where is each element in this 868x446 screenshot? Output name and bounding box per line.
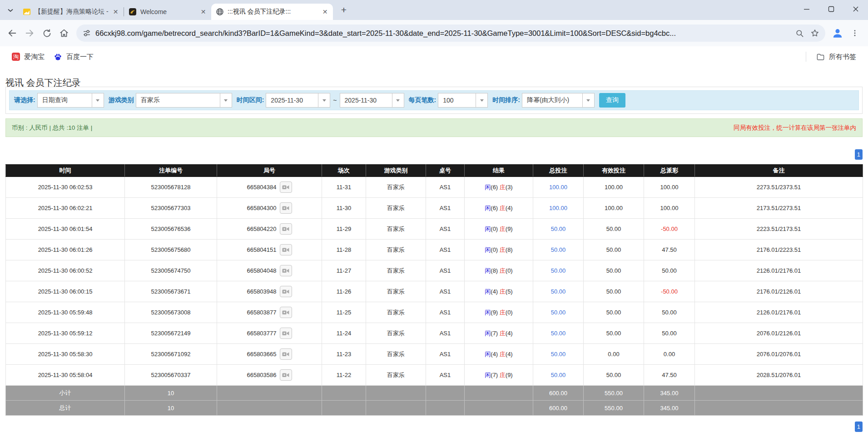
url-text[interactable]: 66cxkj98.com/game/betrecord_search/kind3…	[95, 29, 787, 38]
total-bet-link[interactable]: 50.00	[533, 302, 584, 323]
tab-title: 【新提醒】海燕策略论坛 - 综合	[35, 8, 109, 16]
result-banker-label: 庄	[500, 351, 506, 358]
cell-note: 2076.01/2126.01	[695, 323, 863, 344]
result-player-label: 闲	[485, 246, 491, 253]
total-bet-link[interactable]: 50.00	[533, 240, 584, 260]
page-size-select[interactable]: 100	[438, 93, 488, 108]
video-replay-button[interactable]	[280, 181, 292, 193]
cell-valid-bet: 50.00	[584, 281, 644, 302]
pagination-bottom: 1	[5, 421, 863, 432]
browser-tab-1[interactable]: 【新提醒】海燕策略论坛 - 综合 ✕	[18, 4, 124, 20]
cell-note: 2028.51/2076.01	[695, 365, 863, 386]
back-button[interactable]	[4, 25, 21, 42]
window-close-button[interactable]	[843, 0, 868, 18]
result-player-label: 闲	[485, 205, 491, 211]
video-replay-button[interactable]	[280, 265, 292, 276]
chevron-down-icon[interactable]	[582, 93, 595, 108]
date-start-select[interactable]: 2025-11-30	[266, 93, 330, 108]
cell-game-type: 百家乐	[366, 323, 426, 344]
date-end-select[interactable]: 2025-11-30	[340, 93, 404, 108]
cell-round: 665804384	[217, 177, 322, 198]
video-replay-button[interactable]	[280, 202, 292, 214]
cell-valid-bet: 50.00	[584, 240, 644, 260]
chevron-down-icon[interactable]	[318, 93, 330, 108]
address-bar[interactable]: 66cxkj98.com/game/betrecord_search/kind3…	[76, 25, 825, 42]
sort-select[interactable]: 降幂(由大到小)	[522, 93, 595, 108]
browser-tab-2[interactable]: Welcome ✕	[124, 4, 211, 20]
video-camera-icon	[282, 205, 289, 211]
cell-payout: 47.50	[644, 365, 695, 386]
game-type-label: 游戏类别	[109, 96, 134, 104]
sort-label: 时间排序:	[492, 96, 520, 104]
chevron-down-icon[interactable]	[392, 93, 404, 108]
total-bet-link[interactable]: 50.00	[533, 344, 584, 365]
forward-button[interactable]	[21, 25, 38, 42]
video-replay-button[interactable]	[280, 328, 292, 339]
bookmark-item-taobao[interactable]: 淘 爱淘宝	[7, 49, 49, 64]
reload-button[interactable]	[38, 25, 55, 42]
video-replay-button[interactable]	[280, 244, 292, 255]
total-bet-link[interactable]: 100.00	[533, 198, 584, 219]
cell-payout: 0.00	[644, 344, 695, 365]
video-replay-button[interactable]	[280, 286, 292, 297]
zoom-magnifier-icon[interactable]	[792, 25, 807, 41]
cell-result: 闲(8) 庄(0)	[465, 260, 533, 281]
total-bet-link[interactable]: 50.00	[533, 323, 584, 344]
cell-game-type: 百家乐	[366, 365, 426, 386]
page-1-button[interactable]: 1	[855, 421, 863, 432]
video-replay-button[interactable]	[280, 307, 292, 318]
bookmark-item-baidu[interactable]: 百度一下	[49, 49, 98, 64]
tab-search-chevron-icon[interactable]	[4, 4, 17, 17]
video-camera-icon	[282, 309, 289, 315]
cell-note: 2126.01/2176.01	[695, 260, 863, 281]
column-header: 注单编号	[125, 165, 217, 177]
video-replay-button[interactable]	[280, 223, 292, 235]
video-replay-button[interactable]	[280, 348, 292, 360]
cell-round: 665804220	[217, 219, 322, 240]
bet-records-table: 时间注单编号局号场次游戏类别桌号结果总投注有效投注总派彩备注 2025-11-3…	[5, 164, 863, 416]
total-row-cell	[322, 401, 366, 416]
chevron-down-icon[interactable]	[220, 93, 232, 108]
browser-menu-dots-icon[interactable]	[846, 25, 863, 42]
page-1-button[interactable]: 1	[855, 149, 863, 160]
total-row-cell	[217, 401, 322, 416]
tab-close-icon[interactable]: ✕	[111, 8, 120, 16]
window-maximize-button[interactable]	[819, 0, 843, 18]
game-type-select[interactable]: 百家乐	[136, 93, 232, 108]
home-button[interactable]	[55, 25, 73, 42]
chevron-down-icon[interactable]	[92, 93, 104, 108]
query-type-select[interactable]: 日期查询	[37, 93, 104, 108]
total-bet-link[interactable]: 50.00	[533, 281, 584, 302]
total-row-cell	[465, 401, 533, 416]
round-id: 665804300	[247, 205, 276, 211]
search-button[interactable]: 查询	[599, 93, 625, 108]
browser-tab-active[interactable]: :::视讯 会员下注纪录::: ✕	[211, 4, 333, 20]
window-minimize-button[interactable]	[794, 0, 819, 18]
tab-close-icon[interactable]: ✕	[199, 8, 208, 16]
total-bet-link[interactable]: 50.00	[533, 219, 584, 240]
cell-game-type: 百家乐	[366, 281, 426, 302]
cell-result: 闲(6) 庄(4)	[465, 198, 533, 219]
chevron-down-icon[interactable]	[476, 93, 488, 108]
total-bet-link[interactable]: 50.00	[533, 260, 584, 281]
cell-game-type: 百家乐	[366, 219, 426, 240]
video-replay-button[interactable]	[280, 369, 292, 381]
profile-avatar-icon[interactable]	[829, 25, 846, 42]
total-row-cell: 550.00	[584, 401, 644, 416]
cell-note: 2176.01/2126.01	[695, 281, 863, 302]
new-tab-button[interactable]: +	[337, 4, 350, 16]
bookmark-star-icon[interactable]	[807, 25, 823, 41]
cell-result: 闲(7) 庄(4)	[465, 323, 533, 344]
cell-time: 2025-11-30 06:02:53	[6, 177, 125, 198]
cell-bet-id: 523005675680	[125, 240, 217, 260]
round-id: 665803877	[247, 309, 276, 316]
cell-game-type: 百家乐	[366, 302, 426, 323]
total-bet-link[interactable]: 50.00	[533, 365, 584, 386]
all-bookmarks-button[interactable]: 所有书签	[812, 49, 861, 64]
tab-close-icon[interactable]: ✕	[321, 8, 329, 16]
result-player-label: 闲	[485, 184, 491, 191]
cell-table-number: AS1	[426, 198, 465, 219]
total-bet-link[interactable]: 100.00	[533, 177, 584, 198]
cell-game-type: 百家乐	[366, 344, 426, 365]
site-settings-tune-icon[interactable]	[83, 29, 91, 37]
